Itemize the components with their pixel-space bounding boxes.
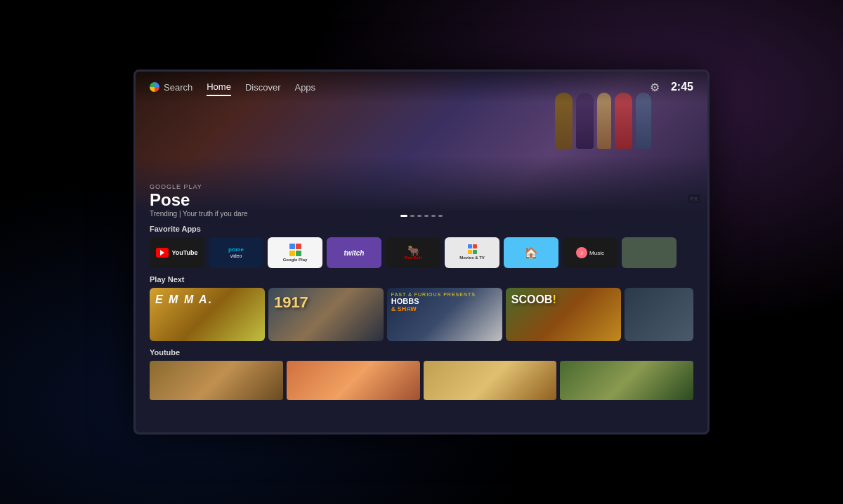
scoob-exclaim: ! — [552, 293, 556, 305]
scoob-title-text: SCOOB! — [506, 288, 621, 312]
nav-items: Search Home Discover Apps — [150, 79, 315, 96]
music-icon-wrap: ♪ Music — [576, 247, 604, 258]
music-note-icon: ♪ — [580, 249, 584, 256]
home-icon: 🏠 — [524, 246, 538, 260]
youtube-thumb-1[interactable] — [150, 361, 283, 400]
apps-row: YouTube prime video — [150, 237, 693, 268]
hobbs-text-wrap: FAST & FURIOUS PRESENTS HOBBS & SHAW — [387, 288, 502, 317]
youtube-label: YouTube — [171, 249, 197, 256]
clock-display: 2:45 — [671, 81, 693, 93]
youtube-thumb-2[interactable] — [287, 361, 420, 400]
favorite-apps-section: Favorite Apps YouTube prime video — [150, 225, 693, 268]
youtube-section-title: Youtube — [150, 348, 693, 357]
app-twitch[interactable]: twitch — [327, 237, 381, 268]
google-play-store-label: Google Play — [283, 258, 308, 262]
app-gp-movies-tv[interactable]: Movies & TV — [445, 237, 499, 268]
youtube-section: Youtube — [150, 348, 693, 400]
music-label: Music — [589, 250, 604, 256]
youtube-play-button — [156, 248, 169, 258]
play-next-section: Play Next E M M A. 1917 FAST & FURIOUS P… — [150, 275, 693, 341]
content-area: Google Play Pose Trending | Your truth i… — [136, 102, 707, 432]
hobbs-line2: HOBBS — [391, 297, 498, 305]
redbull-icon: 🐂 — [407, 246, 419, 256]
nav-search[interactable]: Search — [150, 79, 192, 95]
youtube-thumb-4[interactable] — [560, 361, 693, 400]
hobbs-line3: & SHAW — [391, 305, 498, 312]
gp-movies-label: Movies & TV — [459, 256, 485, 260]
1917-title-text: 1917 — [268, 288, 384, 317]
nav-bar: Search Home Discover Apps ⚙ 2:45 — [136, 72, 707, 102]
redbull-label: Red Bull — [405, 256, 422, 260]
play-next-title: Play Next — [150, 275, 693, 284]
music-logo: ♪ — [576, 247, 587, 258]
movie-extra[interactable] — [625, 288, 693, 341]
app-redbull-tv[interactable]: 🐂 Red Bull — [386, 237, 440, 268]
movie-emma[interactable]: E M M A. — [150, 288, 265, 341]
app-youtube[interactable]: YouTube — [150, 237, 204, 268]
app-extra[interactable] — [622, 237, 677, 268]
app-prime-video[interactable]: prime video — [209, 237, 263, 268]
movies-row: E M M A. 1917 FAST & FURIOUS PRESENTS HO… — [150, 288, 693, 341]
tv-frame: FX Search Home Discover Apps ⚙ 2:45 — [133, 69, 710, 435]
emma-title-text: E M M A. — [150, 288, 265, 312]
dot-2 — [410, 215, 414, 217]
pagination-dots — [400, 215, 443, 217]
google-assistant-icon — [150, 82, 159, 92]
nav-home[interactable]: Home — [207, 79, 231, 96]
youtube-triangle — [160, 250, 164, 256]
prime-bottom-label: video — [228, 253, 244, 259]
gp-movies-content: Movies & TV — [459, 244, 485, 260]
twitch-label: twitch — [344, 249, 365, 257]
nav-right: ⚙ 2:45 — [650, 81, 693, 94]
youtube-thumb-3[interactable] — [424, 361, 557, 400]
prime-top-label: prime — [228, 247, 244, 253]
featured-info: Google Play Pose Trending | Your truth i… — [150, 183, 693, 218]
dot-4 — [424, 215, 429, 217]
youtube-icon-wrap: YouTube — [156, 248, 197, 258]
app-music[interactable]: ♪ Music — [563, 237, 617, 268]
movie-1917[interactable]: 1917 — [268, 288, 384, 341]
platform-label: Google Play — [150, 183, 693, 190]
dot-5 — [431, 215, 436, 217]
favorite-apps-title: Favorite Apps — [150, 225, 693, 233]
dot-6 — [438, 215, 443, 217]
settings-icon[interactable]: ⚙ — [650, 81, 660, 94]
featured-title: Pose — [150, 192, 693, 208]
app-home[interactable]: 🏠 — [504, 237, 558, 268]
dot-3 — [417, 215, 422, 217]
youtube-thumbs-row — [150, 361, 693, 400]
nav-apps[interactable]: Apps — [294, 79, 315, 95]
dot-1 — [400, 215, 407, 217]
movie-hobbs-shaw[interactable]: FAST & FURIOUS PRESENTS HOBBS & SHAW — [387, 288, 502, 341]
prime-label-wrap: prime video — [228, 247, 244, 258]
app-google-play-store[interactable]: Google Play — [268, 237, 322, 268]
nav-discover[interactable]: Discover — [245, 79, 281, 95]
movie-scoob[interactable]: SCOOB! — [506, 288, 621, 341]
hobbs-line1: FAST & FURIOUS PRESENTS — [391, 292, 498, 297]
